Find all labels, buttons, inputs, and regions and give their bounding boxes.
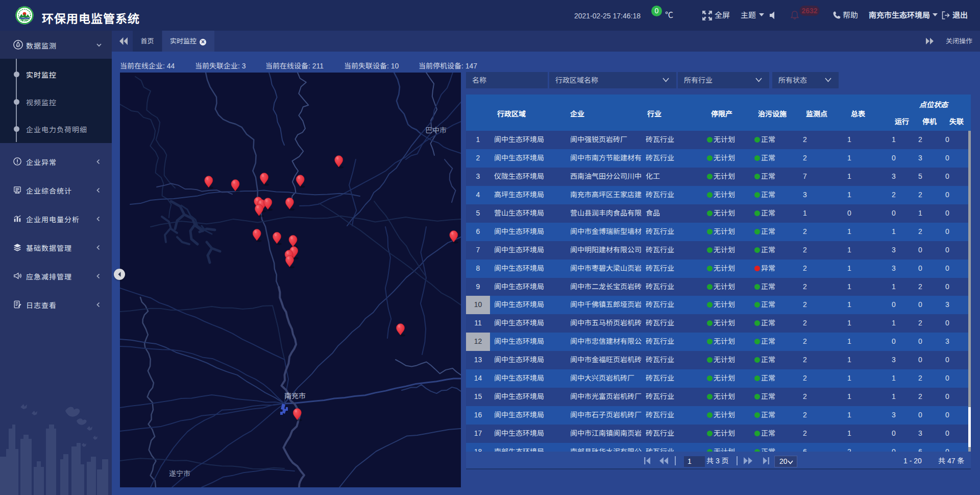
svg-text:遂宁市: 遂宁市	[169, 468, 190, 478]
svg-text:巴中市: 巴中市	[425, 125, 447, 135]
svg-text:南充市: 南充市	[284, 390, 306, 400]
